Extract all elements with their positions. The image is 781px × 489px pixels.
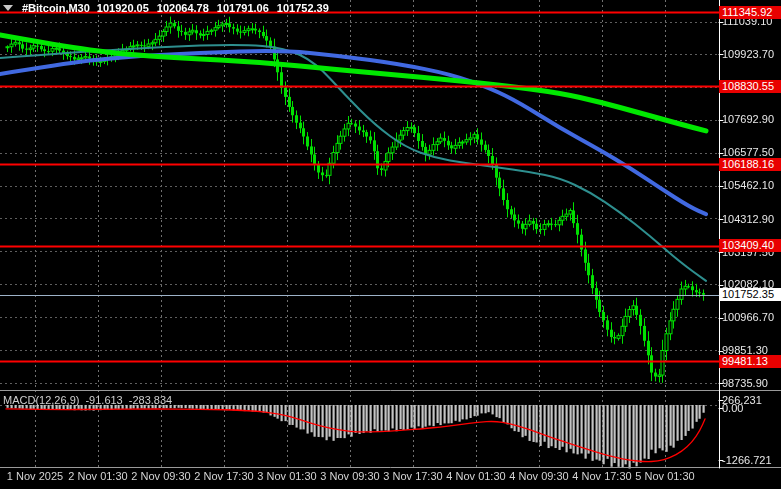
chart-canvas[interactable] [0, 0, 781, 489]
symbol-dropdown-icon[interactable] [3, 5, 13, 11]
trading-terminal-chart-window: #Bitcoin,M30 101920.05 102064.78 101791.… [0, 0, 781, 489]
